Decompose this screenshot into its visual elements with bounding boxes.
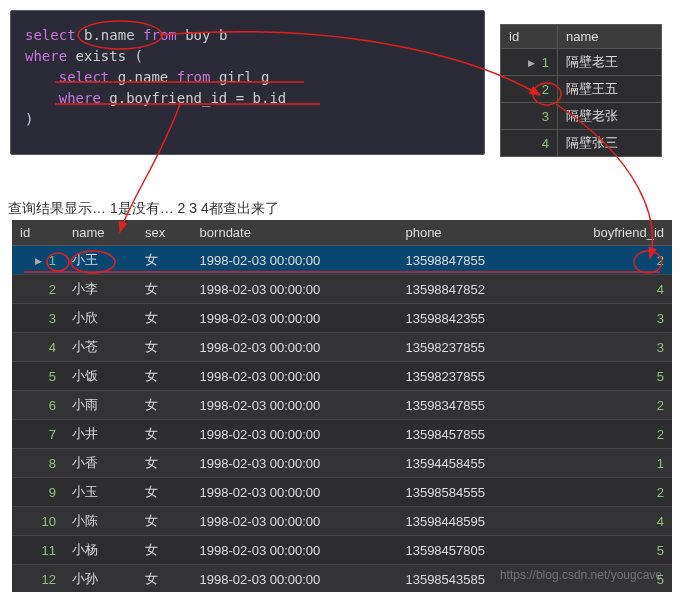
cell-name: 小孙 <box>64 565 137 593</box>
table-row[interactable]: 8小香女1998-02-03 00:00:00135944584551 <box>12 449 672 478</box>
cell-bf: 3 <box>541 304 672 333</box>
cell-id: 10 <box>12 507 64 536</box>
cell-name: 隔壁老张 <box>558 103 662 130</box>
cell-borndate: 1998-02-03 00:00:00 <box>192 275 398 304</box>
cell-borndate: 1998-02-03 00:00:00 <box>192 449 398 478</box>
cell-id: 2 <box>501 76 558 103</box>
cell-borndate: 1998-02-03 00:00:00 <box>192 536 398 565</box>
table-row[interactable]: 11小杨女1998-02-03 00:00:00135984578055 <box>12 536 672 565</box>
cell-borndate: 1998-02-03 00:00:00 <box>192 565 398 593</box>
cell-borndate: 1998-02-03 00:00:00 <box>192 333 398 362</box>
cell-id: 2 <box>12 275 64 304</box>
table-row[interactable]: 4小苍女1998-02-03 00:00:00135982378553 <box>12 333 672 362</box>
cell-name: 小香 <box>64 449 137 478</box>
cell-borndate: 1998-02-03 00:00:00 <box>192 362 398 391</box>
cell-id: 9 <box>12 478 64 507</box>
cell-name: 小王 <box>64 246 137 275</box>
cell-id: 3 <box>12 304 64 333</box>
cell-bf: 5 <box>541 362 672 391</box>
cell-id: 12 <box>12 565 64 593</box>
table-row[interactable]: 7小井女1998-02-03 00:00:00135984578552 <box>12 420 672 449</box>
cell-sex: 女 <box>137 304 192 333</box>
cell-phone: 13598457855 <box>397 420 541 449</box>
cell-name: 小饭 <box>64 362 137 391</box>
cell-sex: 女 <box>137 391 192 420</box>
cell-bf: 1 <box>541 449 672 478</box>
cell-sex: 女 <box>137 420 192 449</box>
table-row[interactable]: 10小陈女1998-02-03 00:00:00135984485954 <box>12 507 672 536</box>
cell-id: 6 <box>12 391 64 420</box>
cell-borndate: 1998-02-03 00:00:00 <box>192 246 398 275</box>
cell-name: 隔壁老王 <box>558 49 662 76</box>
cell-id: 4 <box>12 333 64 362</box>
cell-bf: 3 <box>541 333 672 362</box>
cell-phone: 13594458455 <box>397 449 541 478</box>
col-phone: phone <box>397 220 541 246</box>
table-row[interactable]: 1小王女1998-02-03 00:00:00135988478552 <box>12 246 672 275</box>
cell-id: 4 <box>501 130 558 157</box>
sql-code-block: select b.name from boy bwhere exists ( s… <box>10 10 485 155</box>
cell-name: 小欣 <box>64 304 137 333</box>
col-borndate: borndate <box>192 220 398 246</box>
col-sex: sex <box>137 220 192 246</box>
table-row[interactable]: 1隔壁老王 <box>501 49 662 76</box>
cell-bf: 2 <box>541 478 672 507</box>
cell-bf: 4 <box>541 507 672 536</box>
col-name: name <box>558 25 662 49</box>
cell-id: 8 <box>12 449 64 478</box>
cell-name: 小井 <box>64 420 137 449</box>
background-text: 查询结果显示… 1是没有… 2 3 4都查出来了 <box>8 200 408 218</box>
cell-borndate: 1998-02-03 00:00:00 <box>192 391 398 420</box>
table-row[interactable]: 2隔壁王五 <box>501 76 662 103</box>
cell-sex: 女 <box>137 507 192 536</box>
cell-phone: 13598448595 <box>397 507 541 536</box>
table-row[interactable]: 6小雨女1998-02-03 00:00:00135983478552 <box>12 391 672 420</box>
col-name: name <box>64 220 137 246</box>
cell-borndate: 1998-02-03 00:00:00 <box>192 507 398 536</box>
girl-result-table: id name sex borndate phone boyfriend_id … <box>12 220 672 592</box>
col-id: id <box>12 220 64 246</box>
cell-id: 1 <box>12 246 64 275</box>
cell-name: 隔壁王五 <box>558 76 662 103</box>
cell-name: 小李 <box>64 275 137 304</box>
cell-id: 7 <box>12 420 64 449</box>
col-id: id <box>501 25 558 49</box>
cell-sex: 女 <box>137 565 192 593</box>
cell-phone: 13598842355 <box>397 304 541 333</box>
cell-bf: 2 <box>541 391 672 420</box>
cell-phone: 13598347855 <box>397 391 541 420</box>
table-row[interactable]: 3隔壁老张 <box>501 103 662 130</box>
cell-id: 11 <box>12 536 64 565</box>
cell-name: 小苍 <box>64 333 137 362</box>
cell-sex: 女 <box>137 246 192 275</box>
cell-phone: 13598847855 <box>397 246 541 275</box>
cell-id: 1 <box>501 49 558 76</box>
boy-result-table: id name 1隔壁老王2隔壁王五3隔壁老张4隔壁张三 <box>500 24 662 157</box>
cell-name: 小雨 <box>64 391 137 420</box>
cell-sex: 女 <box>137 449 192 478</box>
cell-name: 小陈 <box>64 507 137 536</box>
cell-sex: 女 <box>137 333 192 362</box>
cell-phone: 13598847852 <box>397 275 541 304</box>
table-row[interactable]: 3小欣女1998-02-03 00:00:00135988423553 <box>12 304 672 333</box>
cell-borndate: 1998-02-03 00:00:00 <box>192 420 398 449</box>
cell-bf: 5 <box>541 536 672 565</box>
cell-sex: 女 <box>137 478 192 507</box>
cell-name: 小玉 <box>64 478 137 507</box>
cell-borndate: 1998-02-03 00:00:00 <box>192 478 398 507</box>
cell-phone: 13598584555 <box>397 478 541 507</box>
col-bf: boyfriend_id <box>541 220 672 246</box>
cell-name: 隔壁张三 <box>558 130 662 157</box>
cell-phone: 13598457805 <box>397 536 541 565</box>
table-row[interactable]: 9小玉女1998-02-03 00:00:00135985845552 <box>12 478 672 507</box>
cell-phone: 13598237855 <box>397 362 541 391</box>
table-row[interactable]: 5小饭女1998-02-03 00:00:00135982378555 <box>12 362 672 391</box>
cell-phone: 13598237855 <box>397 333 541 362</box>
cell-borndate: 1998-02-03 00:00:00 <box>192 304 398 333</box>
table-row[interactable]: 2小李女1998-02-03 00:00:00135988478524 <box>12 275 672 304</box>
cell-id: 3 <box>501 103 558 130</box>
table-row[interactable]: 4隔壁张三 <box>501 130 662 157</box>
cell-sex: 女 <box>137 362 192 391</box>
cell-sex: 女 <box>137 536 192 565</box>
cell-bf: 2 <box>541 420 672 449</box>
